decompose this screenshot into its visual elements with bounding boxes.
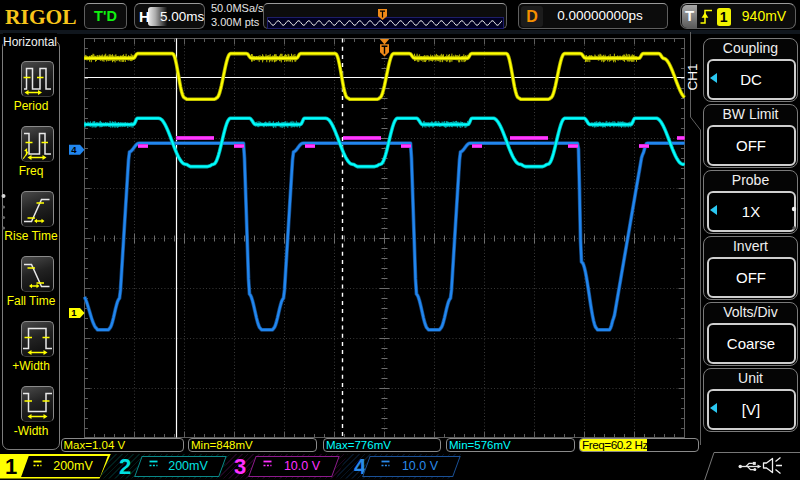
svg-text:CH1: CH1 bbox=[686, 63, 700, 90]
svg-text:4: 4 bbox=[71, 144, 77, 155]
svg-text:1: 1 bbox=[71, 307, 77, 318]
